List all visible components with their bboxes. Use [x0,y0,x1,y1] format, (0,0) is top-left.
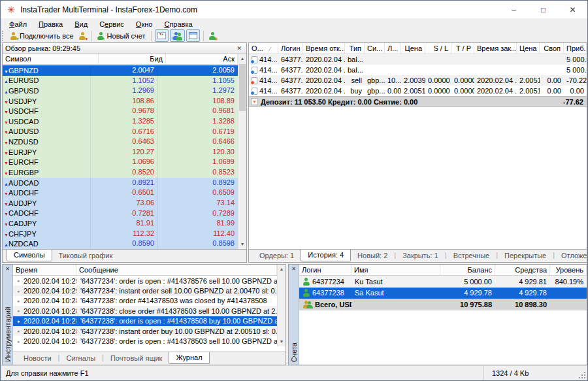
journal-row[interactable]: ●2020.02.04 10:29:...'64377234': order i… [13,276,286,286]
symbol-row[interactable]: ▼CADCHF0.72810.7289 [3,208,238,219]
market-watch-close-icon[interactable]: ✕ [235,45,244,52]
account-row[interactable]: 64377234Ku Tasut5 000.004 929.81840.19% [299,276,587,288]
minimize-button[interactable]: – [499,1,529,19]
history-tab[interactable]: Встречные [447,250,497,261]
symbol-row[interactable]: ▼NZDUSD0.64630.6466 [3,137,238,147]
journal-row[interactable]: ●2020.02.04 10:28:...'64377238': instant… [13,326,286,336]
resize-grip[interactable] [578,371,587,380]
market-watch-tab[interactable]: Тиковый график [52,250,120,261]
terminal-tab[interactable]: Журнал [169,352,209,364]
symbol-row[interactable]: ▼AUDCHF0.65010.6509 [3,188,238,198]
history-tab[interactable]: Перекрытые [498,250,553,261]
scroll-down-icon[interactable]: ▼ [278,337,286,346]
symbol-row[interactable]: ▼EURCHF1.06961.0699 [3,157,238,167]
menu-item[interactable]: Правка [33,19,69,29]
terminal-close-icon[interactable]: ✕ [5,266,10,272]
column-profit[interactable]: Приб... [564,43,587,54]
order-row[interactable]: 414...64377...2020.02.04 ...sellgbp...10… [249,75,587,86]
bid-price: 2.0047 [90,65,157,76]
symbol-row[interactable]: ▲AUDCAD0.89210.8929 [3,178,238,188]
journal-row[interactable]: ●2020.02.04 10:28:...'64377238': order i… [13,336,286,346]
column-price[interactable]: Цена [401,43,425,54]
history-tab[interactable]: История: 4 [301,250,351,261]
scroll-up-icon[interactable]: ▲ [278,265,286,274]
symbol-row[interactable]: ▼CHFJPY112.32112.40 [3,229,238,239]
close-button[interactable]: ✕ [558,1,587,19]
account-row[interactable]: Всего, USD10 975.8810 898.30 [299,299,587,310]
journal-row[interactable]: ●2020.02.04 10:29:...'64377234': instant… [13,286,286,295]
market-watch-scrollbar[interactable]: ▲ ▼ [238,54,246,249]
symbol-row[interactable]: ▼EURGBP0.85200.8523 [3,167,238,178]
scroll-down-icon[interactable]: ▼ [238,240,246,249]
column-name[interactable]: Имя [351,265,440,275]
menu-item[interactable]: Файл [3,19,33,29]
order-row[interactable]: 414...64377...2020.02.04 ...bal...5 000.… [249,65,587,75]
order-row[interactable]: 414...64377...2020.02.04 ...buygbp...0.0… [249,86,587,96]
maximize-button[interactable]: □ [529,1,558,19]
symbol-row[interactable]: ▲EURUSD1.10521.1055 [3,76,238,86]
symbol-row[interactable]: ▲GBPUSD1.29691.2972 [3,86,238,96]
column-message[interactable]: Сообщение [76,265,277,275]
menu-item[interactable]: Окно [130,19,159,29]
column-ask[interactable]: Аск [166,54,238,64]
toggle-terminal-button[interactable] [186,29,200,42]
column-bid[interactable]: Бид [99,54,166,64]
terminal-tab[interactable]: Новости [17,353,58,364]
symbol-row[interactable]: ▼USDJPY108.86108.89 [3,96,238,107]
history-tab[interactable]: Новый: 2 [351,250,394,261]
column-time[interactable]: Время [13,265,76,275]
order-row[interactable]: 414...64377...2020.02.04 ...bal...5 000.… [249,54,587,65]
journal-row[interactable]: ●2020.02.04 10:28:...'64377238': close o… [13,306,286,316]
new-account-person-icon: ＋ [97,32,105,40]
symbol-row[interactable]: ▼EURJPY120.27120.30 [3,147,238,157]
column-open-time[interactable]: Время отк... [303,43,345,54]
menu-item[interactable]: Сервис [93,19,130,29]
toggle-market-watch-button[interactable]: ▾▴ [155,29,169,42]
symbol-row[interactable]: ▼CADJPY81.9181.99 [3,218,238,229]
column-close-price[interactable]: Цена [517,43,540,54]
journal-row[interactable]: ●2020.02.04 10:28:...'64377238': order #… [13,296,286,306]
column-swap[interactable]: Своп [540,43,564,54]
symbol-row[interactable]: ▼USDCHF0.96780.9681 [3,106,238,116]
toolbar-grip[interactable] [2,31,5,41]
terminal-tab[interactable]: Почтовый ящик [104,353,169,364]
symbol-row[interactable]: ▼USDCAD1.32851.3288 [3,116,238,127]
profit-cell: 0.00 [564,87,587,95]
column-level[interactable]: Уровень [550,265,587,275]
disconnect-all-button[interactable]: ➜ [76,29,89,42]
symbol-row[interactable]: ▼AUDJPY73.0673.14 [3,198,238,208]
symbol-row[interactable]: ▼AUDUSD0.67160.6719 [3,127,238,137]
column-sl[interactable]: S / L [425,43,451,54]
column-login[interactable]: Логин [278,43,303,54]
column-equity[interactable]: Средства [495,265,550,275]
menu-item[interactable]: Справка [158,19,198,29]
history-tab[interactable]: Ордеры: 1 [253,250,301,261]
account-settings-button[interactable]: ✱ [206,29,219,42]
journal-scrollbar[interactable]: ▲ ▼ [277,265,286,346]
history-tab[interactable]: Закрыть: 1 [396,250,445,261]
scroll-up-icon[interactable]: ▲ [238,54,246,63]
column-symbol[interactable]: Си... [365,43,385,54]
column-tp[interactable]: T / P [451,43,474,54]
column-balance[interactable]: Баланс [440,265,495,275]
column-symbol[interactable]: Символ [3,54,99,64]
account-row[interactable]: 64377238Sa Kasut4 929.784 929.78 [299,288,587,299]
menu-item[interactable]: Вид [69,19,93,29]
symbol-row[interactable]: ▼GBPNZD2.00472.0059 [3,65,238,76]
new-account-button[interactable]: ＋ Новый счет [95,29,148,42]
history-tab[interactable]: Отложенный: 1 [555,250,588,261]
journal-row[interactable]: ●2020.02.04 10:28:...'64377238': order i… [13,316,286,326]
scroll-thumb[interactable] [239,64,246,111]
column-order[interactable]: О...∕ [249,43,278,54]
column-lots[interactable]: Л... [385,43,401,54]
terminal-tab[interactable]: Сигналы [59,353,102,364]
journal-header: Время Сообщение [13,265,286,276]
symbol-row[interactable]: ▲NZDCAD0.85900.8598 [3,239,238,249]
toggle-accounts-button[interactable] [170,29,185,42]
accounts-close-icon[interactable]: ✕ [291,266,296,272]
column-login[interactable]: Логин [299,265,351,275]
market-watch-tab[interactable]: Символы [7,250,52,261]
connect-all-button[interactable]: ➜ Подключить все [7,29,76,42]
column-type[interactable]: Тип [345,43,365,54]
column-close-time[interactable]: Время зак... [474,43,517,54]
